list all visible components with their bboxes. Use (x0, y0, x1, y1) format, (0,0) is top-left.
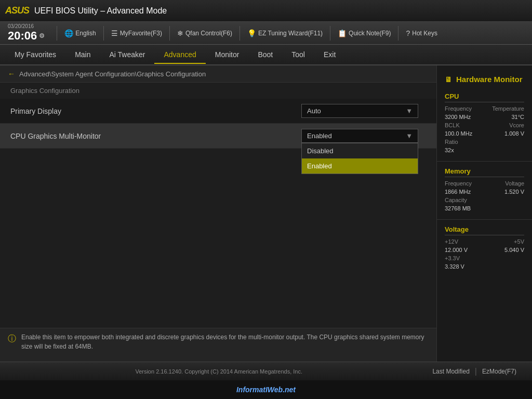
toolbar-divider-4 (240, 26, 240, 41)
volt-33-val-row: 3.328 V (445, 263, 524, 270)
chevron-down-icon-2: ▼ (406, 132, 413, 140)
quick-note-button[interactable]: 📋 Quick Note(F9) (338, 29, 391, 37)
cpu-graphics-label: CPU Graphics Multi-Monitor (10, 132, 301, 140)
volt-12-label: +12V (445, 238, 458, 245)
bottom-bar: InformatIWeb.net (0, 380, 532, 399)
info-text: Enable this item to empower both integra… (21, 332, 429, 351)
asus-logo: ASUS (5, 5, 29, 16)
language-label: English (75, 30, 96, 37)
cpu-freq-value: 3200 MHz (445, 114, 471, 120)
note-label: Quick Note(F9) (349, 30, 391, 37)
cpu-graphics-dropdown[interactable]: Enabled ▼ (301, 129, 418, 143)
nav-tabs: My Favorites Main Ai Tweaker Advanced Mo… (0, 45, 532, 65)
ez-mode-button[interactable]: EzMode(F7) (477, 367, 522, 376)
section-heading: Graphics Configuration (0, 83, 436, 99)
toolbar-divider-3 (169, 26, 170, 41)
hw-divider-1 (437, 161, 532, 162)
tab-boot[interactable]: Boot (248, 46, 282, 63)
qfan-icon: ❄ (177, 29, 183, 37)
volt-5-value: 5.040 V (504, 247, 524, 253)
volt-12-row: +12V +5V (445, 238, 524, 245)
tab-advanced[interactable]: Advanced (154, 46, 205, 64)
breadcrumb-path: Advanced\System Agent Configuration\Grap… (19, 70, 206, 78)
cpu-vcore-label: Vcore (509, 122, 524, 128)
volt-5-label: +5V (514, 238, 524, 245)
watermark: InformatIWeb.net (236, 385, 296, 394)
option-disabled[interactable]: Disabled (302, 143, 418, 158)
mem-freq-label: Frequency (445, 180, 472, 187)
chevron-down-icon: ▼ (406, 107, 413, 115)
primary-display-dropdown[interactable]: Auto ▼ (301, 104, 418, 118)
mem-values-row: 1866 MHz 1.520 V (445, 189, 524, 195)
toolbar-divider-5 (330, 26, 330, 41)
option-enabled[interactable]: Enabled (302, 158, 418, 174)
hot-keys-button[interactable]: ? Hot Keys (406, 29, 437, 37)
mem-cap-val-row: 32768 MB (445, 205, 524, 211)
cpu-bclk-label: BCLK (445, 122, 460, 128)
volt-33-row: +3.3V (445, 255, 524, 261)
primary-display-value: Auto ▼ (301, 104, 426, 118)
primary-display-row: Primary Display Auto ▼ (0, 99, 436, 124)
cpu-freq-val-row: 3200 MHz 31°C (445, 114, 524, 120)
mem-freq-value: 1866 MHz (445, 189, 471, 195)
cpu-freq-row: Frequency Temperature (445, 105, 524, 112)
cpu-temp-value: 31°C (511, 114, 524, 120)
hotkeys-icon: ? (406, 29, 410, 37)
toolbar-divider-2 (103, 26, 104, 41)
cpu-ratio-label: Ratio (445, 139, 458, 145)
cpu-graphics-value: Enabled ▼ Disabled Enabled (301, 129, 426, 143)
voltage-section-title: Voltage (445, 225, 524, 235)
toolbar-divider-6 (398, 26, 398, 41)
volt-12-val-row: 12.000 V 5.040 V (445, 247, 524, 253)
mem-cap-label: Capacity (445, 197, 467, 203)
tab-monitor[interactable]: Monitor (206, 46, 249, 63)
bios-title: UEFI BIOS Utility – Advanced Mode (34, 6, 167, 16)
voltage-section: Voltage +12V +5V 12.000 V 5.040 V +3.3V … (437, 223, 532, 274)
cpu-graphics-selected: Enabled (307, 132, 332, 140)
tab-ai-tweaker[interactable]: Ai Tweaker (100, 46, 154, 63)
last-modified-button[interactable]: Last Modified (427, 367, 474, 376)
note-icon: 📋 (338, 29, 347, 37)
cpu-bclk-val-row: 100.0 MHz 1.008 V (445, 130, 524, 137)
qfan-label: Qfan Control(F6) (185, 30, 232, 37)
volt-12-value: 12.000 V (445, 247, 468, 253)
ez-tuning-button[interactable]: 💡 EZ Tuning Wizard(F11) (247, 29, 323, 37)
tab-my-favorites[interactable]: My Favorites (5, 46, 65, 63)
tab-exit[interactable]: Exit (314, 46, 345, 63)
back-button[interactable]: ← (8, 70, 15, 78)
cpu-graphics-dropdown-menu: Disabled Enabled (301, 143, 418, 174)
qfan-button[interactable]: ❄ Qfan Control(F6) (177, 29, 232, 37)
hardware-monitor-title: 🖥 Hardware Monitor (437, 71, 532, 90)
cpu-section-title: CPU (445, 92, 524, 102)
time-gear-icon[interactable]: ⚙ (39, 32, 45, 39)
breadcrumb: ← Advanced\System Agent Configuration\Gr… (0, 65, 436, 83)
left-panel: ← Advanced\System Agent Configuration\Gr… (0, 65, 436, 362)
middle-section: ← Advanced\System Agent Configuration\Gr… (0, 65, 532, 362)
header: ASUS UEFI BIOS Utility – Advanced Mode (0, 0, 532, 22)
myfav-icon: ☰ (111, 29, 118, 37)
mem-labels-row: Frequency Voltage (445, 180, 524, 187)
language-selector[interactable]: 🌐 English (64, 29, 96, 37)
cpu-graphics-dropdown-wrapper: Enabled ▼ Disabled Enabled (301, 129, 418, 143)
sidebar-title-text: Hardware Monitor (456, 75, 523, 84)
myfav-label: MyFavorite(F3) (120, 30, 162, 37)
mem-cap-value: 32768 MB (445, 205, 471, 211)
tab-tool[interactable]: Tool (282, 46, 314, 63)
datetime: 03/20/2016 20:06 ⚙ (8, 23, 45, 43)
primary-display-label: Primary Display (10, 107, 301, 115)
toolbar: 03/20/2016 20:06 ⚙ 🌐 English ☰ MyFavorit… (0, 22, 532, 45)
mem-cap-row: Capacity (445, 197, 524, 203)
myfavorite-button[interactable]: ☰ MyFavorite(F3) (111, 29, 162, 37)
cpu-section: CPU Frequency Temperature 3200 MHz 31°C … (437, 90, 532, 158)
cpu-ratio-value: 32x (445, 147, 454, 153)
footer: Version 2.16.1240. Copyright (C) 2014 Am… (0, 362, 532, 380)
hotkeys-label: Hot Keys (412, 30, 437, 37)
hardware-monitor-sidebar: 🖥 Hardware Monitor CPU Frequency Tempera… (436, 65, 532, 362)
cpu-bclk-value: 100.0 MHz (445, 130, 472, 137)
ez-label: EZ Tuning Wizard(F11) (258, 30, 323, 37)
footer-right: Last Modified | EzMode(F7) (427, 367, 522, 376)
tab-main[interactable]: Main (65, 46, 100, 63)
cpu-freq-label: Frequency (445, 105, 472, 112)
volt-33-label: +3.3V (445, 255, 460, 261)
mem-volt-label: Voltage (505, 180, 524, 187)
